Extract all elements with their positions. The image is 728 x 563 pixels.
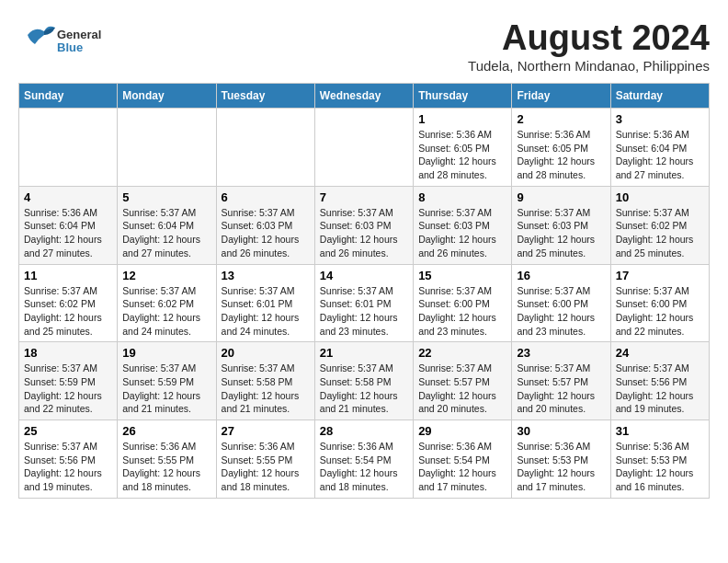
table-row: 13Sunrise: 5:37 AM Sunset: 6:01 PM Dayli… bbox=[216, 264, 314, 342]
day-info: Sunrise: 5:37 AM Sunset: 5:58 PM Dayligh… bbox=[222, 362, 310, 416]
day-number: 18 bbox=[24, 346, 112, 360]
col-wednesday: Wednesday bbox=[314, 84, 413, 109]
day-info: Sunrise: 5:37 AM Sunset: 6:01 PM Dayligh… bbox=[320, 284, 408, 339]
day-info: Sunrise: 5:37 AM Sunset: 5:58 PM Dayligh… bbox=[320, 362, 408, 416]
table-row: 30Sunrise: 5:36 AM Sunset: 5:53 PM Dayli… bbox=[512, 420, 610, 499]
day-info: Sunrise: 5:37 AM Sunset: 6:02 PM Dayligh… bbox=[616, 206, 704, 260]
col-saturday: Saturday bbox=[610, 84, 709, 109]
col-tuesday: Tuesday bbox=[216, 84, 314, 109]
calendar-week-row: 11Sunrise: 5:37 AM Sunset: 6:02 PM Dayli… bbox=[19, 264, 710, 342]
table-row bbox=[314, 109, 413, 187]
table-row: 6Sunrise: 5:37 AM Sunset: 6:03 PM Daylig… bbox=[216, 186, 314, 264]
logo-svg: General Blue bbox=[18, 18, 101, 64]
day-number: 12 bbox=[122, 269, 210, 282]
day-number: 20 bbox=[222, 346, 310, 360]
day-info: Sunrise: 5:37 AM Sunset: 5:56 PM Dayligh… bbox=[616, 362, 704, 416]
location: Tudela, Northern Mindanao, Philippines bbox=[468, 58, 710, 74]
day-number: 23 bbox=[517, 346, 605, 360]
day-info: Sunrise: 5:37 AM Sunset: 6:03 PM Dayligh… bbox=[517, 206, 605, 260]
table-row bbox=[19, 109, 118, 187]
table-row: 26Sunrise: 5:36 AM Sunset: 5:55 PM Dayli… bbox=[118, 420, 216, 499]
day-number: 15 bbox=[418, 269, 506, 282]
table-row: 21Sunrise: 5:37 AM Sunset: 5:58 PM Dayli… bbox=[314, 342, 413, 420]
day-number: 17 bbox=[616, 269, 704, 282]
day-info: Sunrise: 5:36 AM Sunset: 5:54 PM Dayligh… bbox=[418, 440, 506, 494]
day-number: 14 bbox=[320, 269, 408, 282]
day-info: Sunrise: 5:37 AM Sunset: 6:02 PM Dayligh… bbox=[122, 284, 210, 339]
day-info: Sunrise: 5:36 AM Sunset: 5:53 PM Dayligh… bbox=[517, 440, 605, 494]
table-row: 24Sunrise: 5:37 AM Sunset: 5:56 PM Dayli… bbox=[610, 342, 709, 420]
day-number: 26 bbox=[122, 424, 210, 438]
day-number: 31 bbox=[616, 424, 704, 438]
table-row: 9Sunrise: 5:37 AM Sunset: 6:03 PM Daylig… bbox=[512, 186, 610, 264]
page-header: General Blue August 2024 Tudela, Norther… bbox=[18, 18, 710, 74]
table-row: 15Sunrise: 5:37 AM Sunset: 6:00 PM Dayli… bbox=[414, 264, 512, 342]
table-row bbox=[216, 109, 314, 187]
col-friday: Friday bbox=[512, 84, 610, 109]
col-monday: Monday bbox=[118, 84, 216, 109]
table-row: 28Sunrise: 5:36 AM Sunset: 5:54 PM Dayli… bbox=[314, 420, 413, 499]
table-row bbox=[118, 109, 216, 187]
day-number: 19 bbox=[122, 346, 210, 360]
day-number: 24 bbox=[616, 346, 704, 360]
table-row: 2Sunrise: 5:36 AM Sunset: 6:05 PM Daylig… bbox=[512, 109, 610, 187]
day-number: 5 bbox=[122, 190, 210, 204]
table-row: 7Sunrise: 5:37 AM Sunset: 6:03 PM Daylig… bbox=[314, 186, 413, 264]
day-number: 22 bbox=[418, 346, 506, 360]
day-number: 27 bbox=[222, 424, 310, 438]
day-number: 10 bbox=[616, 190, 704, 204]
day-info: Sunrise: 5:37 AM Sunset: 6:03 PM Dayligh… bbox=[320, 206, 408, 260]
table-row: 23Sunrise: 5:37 AM Sunset: 5:57 PM Dayli… bbox=[512, 342, 610, 420]
col-sunday: Sunday bbox=[19, 84, 118, 109]
day-number: 30 bbox=[517, 424, 605, 438]
day-number: 3 bbox=[616, 112, 704, 126]
calendar-week-row: 4Sunrise: 5:36 AM Sunset: 6:04 PM Daylig… bbox=[19, 186, 710, 264]
day-info: Sunrise: 5:37 AM Sunset: 6:01 PM Dayligh… bbox=[222, 284, 310, 339]
table-row: 16Sunrise: 5:37 AM Sunset: 6:00 PM Dayli… bbox=[512, 264, 610, 342]
calendar-header-row: Sunday Monday Tuesday Wednesday Thursday… bbox=[19, 84, 710, 109]
day-info: Sunrise: 5:36 AM Sunset: 6:05 PM Dayligh… bbox=[418, 128, 506, 182]
day-number: 13 bbox=[222, 269, 310, 282]
day-number: 9 bbox=[517, 190, 605, 204]
day-info: Sunrise: 5:37 AM Sunset: 5:57 PM Dayligh… bbox=[418, 362, 506, 416]
table-row: 18Sunrise: 5:37 AM Sunset: 5:59 PM Dayli… bbox=[19, 342, 118, 420]
calendar-week-row: 18Sunrise: 5:37 AM Sunset: 5:59 PM Dayli… bbox=[19, 342, 710, 420]
day-info: Sunrise: 5:36 AM Sunset: 5:55 PM Dayligh… bbox=[122, 440, 210, 494]
table-row: 4Sunrise: 5:36 AM Sunset: 6:04 PM Daylig… bbox=[19, 186, 118, 264]
table-row: 17Sunrise: 5:37 AM Sunset: 6:00 PM Dayli… bbox=[610, 264, 709, 342]
table-row: 5Sunrise: 5:37 AM Sunset: 6:04 PM Daylig… bbox=[118, 186, 216, 264]
day-number: 7 bbox=[320, 190, 408, 204]
day-number: 29 bbox=[418, 424, 506, 438]
day-number: 28 bbox=[320, 424, 408, 438]
day-info: Sunrise: 5:36 AM Sunset: 6:04 PM Dayligh… bbox=[616, 128, 704, 182]
day-number: 1 bbox=[418, 112, 506, 126]
table-row: 12Sunrise: 5:37 AM Sunset: 6:02 PM Dayli… bbox=[118, 264, 216, 342]
day-number: 11 bbox=[24, 269, 112, 282]
day-info: Sunrise: 5:37 AM Sunset: 6:00 PM Dayligh… bbox=[418, 284, 506, 339]
svg-text:General: General bbox=[57, 28, 101, 41]
day-info: Sunrise: 5:37 AM Sunset: 6:03 PM Dayligh… bbox=[418, 206, 506, 260]
logo: General Blue bbox=[18, 18, 101, 64]
calendar-week-row: 25Sunrise: 5:37 AM Sunset: 5:56 PM Dayli… bbox=[19, 420, 710, 499]
month-year: August 2024 bbox=[468, 18, 710, 58]
day-number: 2 bbox=[517, 112, 605, 126]
table-row: 25Sunrise: 5:37 AM Sunset: 5:56 PM Dayli… bbox=[19, 420, 118, 499]
calendar-table: Sunday Monday Tuesday Wednesday Thursday… bbox=[18, 83, 710, 499]
day-number: 6 bbox=[222, 190, 310, 204]
table-row: 31Sunrise: 5:36 AM Sunset: 5:53 PM Dayli… bbox=[610, 420, 709, 499]
col-thursday: Thursday bbox=[414, 84, 512, 109]
day-info: Sunrise: 5:37 AM Sunset: 6:00 PM Dayligh… bbox=[616, 284, 704, 339]
day-info: Sunrise: 5:37 AM Sunset: 6:04 PM Dayligh… bbox=[122, 206, 210, 260]
day-info: Sunrise: 5:37 AM Sunset: 6:00 PM Dayligh… bbox=[517, 284, 605, 339]
day-info: Sunrise: 5:37 AM Sunset: 5:56 PM Dayligh… bbox=[24, 440, 112, 494]
table-row: 20Sunrise: 5:37 AM Sunset: 5:58 PM Dayli… bbox=[216, 342, 314, 420]
day-info: Sunrise: 5:37 AM Sunset: 5:59 PM Dayligh… bbox=[122, 362, 210, 416]
day-info: Sunrise: 5:36 AM Sunset: 6:05 PM Dayligh… bbox=[517, 128, 605, 182]
table-row: 10Sunrise: 5:37 AM Sunset: 6:02 PM Dayli… bbox=[610, 186, 709, 264]
table-row: 22Sunrise: 5:37 AM Sunset: 5:57 PM Dayli… bbox=[414, 342, 512, 420]
day-info: Sunrise: 5:37 AM Sunset: 6:02 PM Dayligh… bbox=[24, 284, 112, 339]
table-row: 14Sunrise: 5:37 AM Sunset: 6:01 PM Dayli… bbox=[314, 264, 413, 342]
day-number: 25 bbox=[24, 424, 112, 438]
table-row: 1Sunrise: 5:36 AM Sunset: 6:05 PM Daylig… bbox=[414, 109, 512, 187]
table-row: 27Sunrise: 5:36 AM Sunset: 5:55 PM Dayli… bbox=[216, 420, 314, 499]
